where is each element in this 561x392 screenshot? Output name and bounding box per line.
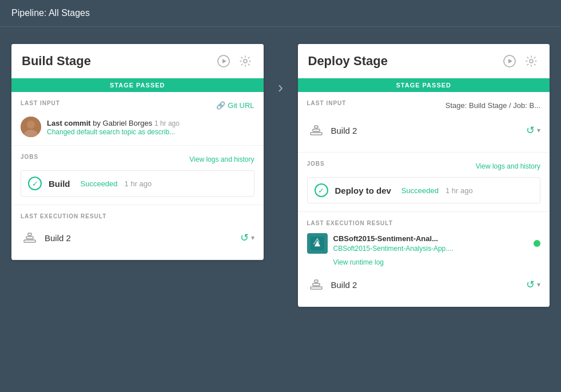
stage-arrow-connector: › <box>264 44 298 97</box>
dropdown-arrow: ▾ <box>537 126 540 134</box>
commit-title: Last commit by Gabriel Borges 1 hr ago <box>47 118 254 128</box>
deploy-execution-refresh-button[interactable]: ↺ ▾ <box>526 278 540 291</box>
deploy-job-time: 1 hr ago <box>445 186 473 195</box>
deploy-app-info: CBSoft2015-Sentiment-Anal... CBSoft2015-… <box>333 234 528 253</box>
deploy-last-input-value: Stage: Build Stage / Job: B... <box>445 101 540 110</box>
build-view-logs-link[interactable]: View logs and history <box>189 155 254 163</box>
deploy-jobs-header: JOBS View logs and history <box>307 161 541 171</box>
svg-rect-16 <box>311 287 322 289</box>
deploy-job-status: Succeeded <box>401 186 439 195</box>
refresh-icon: ↺ <box>526 278 535 291</box>
deploy-last-input-header: LAST INPUT Stage: Build Stage / Job: B..… <box>307 100 541 111</box>
deploy-app-row: CBSoft2015-Sentiment-Anal... CBSoft2015-… <box>307 231 541 256</box>
build-stage-icons <box>216 53 253 69</box>
deploy-execution-section: LAST EXECUTION RESULT CBSoft2015-Sentime… <box>298 212 550 307</box>
deploy-play-button[interactable] <box>502 53 518 69</box>
svg-rect-12 <box>311 133 322 135</box>
build-execution-section: LAST EXECUTION RESULT Build 2 ↺ ▾ <box>11 205 264 260</box>
deploy-jobs-section: JOBS View logs and history ✓ Deploy to d… <box>298 153 550 212</box>
right-arrow-icon: › <box>278 78 283 97</box>
deploy-input-build-icon <box>307 121 325 139</box>
deploy-execution-row: Build 2 ↺ ▾ <box>307 271 541 298</box>
build-job-name: Build <box>49 179 70 189</box>
deploy-stage-header: Deploy Stage <box>298 44 550 78</box>
deploy-job-name: Deploy to dev <box>335 186 391 195</box>
build-success-icon: ✓ <box>28 177 42 190</box>
build-refresh-button[interactable]: ↺ ▾ <box>240 231 254 244</box>
svg-rect-14 <box>315 126 318 128</box>
commit-info: Last commit by Gabriel Borges 1 hr ago C… <box>47 118 254 136</box>
commit-link[interactable]: Changed default search topic as describ.… <box>47 128 254 136</box>
deploy-input-build-name: Build 2 <box>331 126 521 135</box>
pipeline-content: Build Stage STAGE PASSED <box>0 27 561 324</box>
build-execution-name: Build 2 <box>45 233 234 243</box>
build-execution-label: LAST EXECUTION RESULT <box>21 213 254 219</box>
deploy-stage-icons <box>502 53 539 69</box>
refresh-icon: ↺ <box>240 231 249 244</box>
svg-point-11 <box>530 59 533 63</box>
deploy-input-build-row: Build 2 ↺ ▾ <box>307 117 541 144</box>
deploy-app-icon <box>307 233 328 254</box>
build-job-status: Succeeded <box>81 179 118 188</box>
build-stage-header: Build Stage <box>11 44 264 78</box>
deploy-stage-title: Deploy Stage <box>308 54 388 69</box>
svg-point-2 <box>244 59 247 63</box>
commit-author-name: by Gabriel Borges <box>93 119 152 127</box>
build-stage-card: Build Stage STAGE PASSED <box>11 44 264 260</box>
git-url-link[interactable]: 🔗 Git URL <box>216 101 254 110</box>
svg-point-4 <box>27 121 35 129</box>
deploy-execution-label: LAST EXECUTION RESULT <box>307 220 541 226</box>
svg-rect-6 <box>24 240 35 242</box>
deploy-status-dot <box>534 240 540 247</box>
avatar <box>21 117 41 137</box>
build-last-input-header: LAST INPUT 🔗 Git URL <box>21 100 254 111</box>
deploy-job-row: ✓ Deploy to dev Succeeded 1 hr ago <box>307 177 541 203</box>
dropdown-arrow: ▾ <box>537 281 540 289</box>
deploy-app-name: CBSoft2015-Sentiment-Anal... <box>333 234 528 243</box>
deploy-view-logs-link[interactable]: View logs and history <box>476 162 540 170</box>
deploy-app-link[interactable]: CBSoft2015-Sentiment-Analysis-App.... <box>333 245 453 253</box>
page-header: Pipeline: All Stages <box>0 0 561 27</box>
refresh-icon: ↺ <box>526 124 535 137</box>
build-jobs-label: JOBS <box>21 154 38 160</box>
svg-rect-18 <box>315 280 318 282</box>
build-jobs-section: JOBS View logs and history ✓ Build Succe… <box>11 146 264 205</box>
page-title: Pipeline: All Stages <box>11 8 90 18</box>
build-play-button[interactable] <box>216 53 232 69</box>
deploy-jobs-label: JOBS <box>307 161 325 167</box>
build-job-row: ✓ Build Succeeded 1 hr ago <box>21 170 254 197</box>
build-icon <box>21 229 39 247</box>
build-last-input-label: LAST INPUT <box>21 100 60 106</box>
build-last-input-section: LAST INPUT 🔗 Git URL <box>11 92 264 146</box>
svg-marker-10 <box>508 59 512 63</box>
deploy-execution-build-name: Build 2 <box>331 280 521 290</box>
deploy-input-refresh-button[interactable]: ↺ ▾ <box>526 124 540 137</box>
svg-rect-13 <box>313 129 320 131</box>
deploy-settings-button[interactable] <box>523 53 539 69</box>
build-settings-button[interactable] <box>237 53 253 69</box>
build-stage-badge: STAGE PASSED <box>11 78 264 92</box>
build-job-time: 1 hr ago <box>125 179 152 188</box>
svg-marker-1 <box>222 59 226 63</box>
build-jobs-header: JOBS View logs and history <box>21 154 254 165</box>
svg-rect-17 <box>313 283 320 286</box>
deploy-execution-build-icon <box>307 275 325 294</box>
commit-row: Last commit by Gabriel Borges 1 hr ago C… <box>21 117 254 137</box>
deploy-last-input-label: LAST INPUT <box>307 100 347 106</box>
svg-rect-8 <box>28 233 31 235</box>
build-stage-title: Build Stage <box>22 54 91 69</box>
build-execution-row: Build 2 ↺ ▾ <box>21 224 254 251</box>
dropdown-arrow: ▾ <box>251 234 254 242</box>
link-icon: 🔗 <box>216 101 225 110</box>
commit-text: Last commit <box>47 119 91 127</box>
deploy-success-icon: ✓ <box>315 183 328 197</box>
deploy-last-input-section: LAST INPUT Stage: Build Stage / Job: B..… <box>298 92 550 153</box>
git-url-text: Git URL <box>228 101 254 110</box>
commit-time: 1 hr ago <box>154 119 180 127</box>
view-runtime-link[interactable]: View runtime log <box>333 258 541 266</box>
deploy-stage-card: Deploy Stage STAGE PASSED <box>298 44 550 307</box>
svg-rect-7 <box>26 237 33 239</box>
deploy-stage-badge: STAGE PASSED <box>298 78 550 92</box>
